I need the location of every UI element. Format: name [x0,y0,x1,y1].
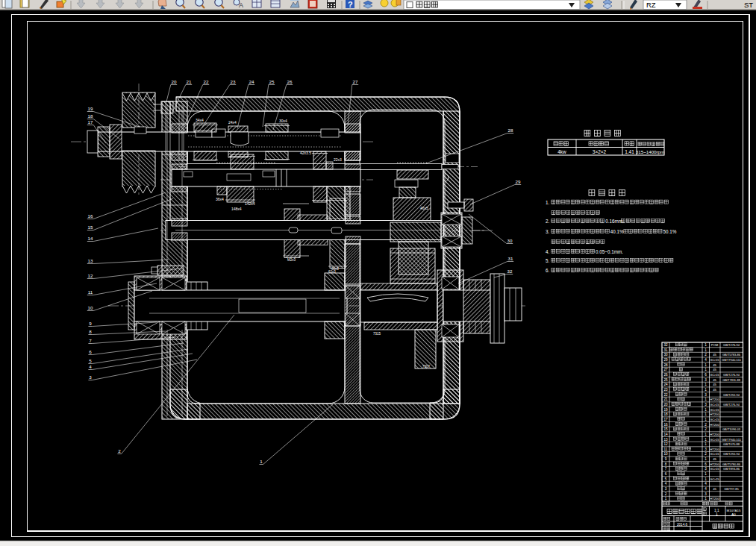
svg-text:28: 28 [663,363,668,367]
svg-text:RZ: RZ [646,1,656,9]
svg-text:1: 1 [705,343,707,347]
svg-text:GB/T5783-86: GB/T5783-86 [722,353,741,357]
svg-text:1:1: 1:1 [714,509,719,512]
svg-text:1: 1 [705,433,707,436]
svg-text:GCr15: GCr15 [710,438,719,442]
svg-text:9: 9 [665,457,667,461]
svg-text:26: 26 [287,79,293,84]
svg-text:M2x3: M2x3 [287,258,296,262]
svg-text:1: 1 [705,363,707,367]
svg-text:6.: 6. [546,268,550,273]
svg-text:7: 7 [89,338,92,343]
svg-text:HT200: HT200 [710,423,719,427]
svg-text:3: 3 [705,467,707,471]
svg-text:24x4: 24x4 [228,120,237,125]
svg-text:34x4: 34x4 [196,118,204,122]
svg-text:GCr15: GCr15 [710,467,719,471]
svg-text:A0: A0 [731,512,736,516]
svg-text:25: 25 [663,378,668,382]
svg-text:3: 3 [665,487,667,491]
svg-text:9: 9 [89,321,92,326]
svg-text:16: 16 [88,213,93,219]
svg-text:45: 45 [713,368,716,371]
svg-text:GB/T7940-511: GB/T7940-511 [722,358,742,362]
svg-text:HT200: HT200 [710,398,719,401]
svg-text:19: 19 [663,408,668,412]
svg-text:45: 45 [713,457,716,461]
svg-text:GB/T292-94: GB/T292-94 [723,393,740,397]
svg-text:1.41: 1.41 [625,149,634,154]
svg-text:A: A [239,1,243,9]
svg-text:50.1%: 50.1% [663,229,677,234]
svg-text:1: 1 [705,438,707,442]
svg-text:1: 1 [705,472,707,476]
svg-text:GCr15: GCr15 [710,373,719,377]
svg-text:4: 4 [705,482,707,486]
svg-text:28: 28 [508,128,513,133]
svg-text:0.16mm: 0.16mm [605,219,622,224]
svg-text:5: 5 [665,477,667,481]
svg-text:30: 30 [507,238,513,243]
svg-text:22x3: 22x3 [334,157,342,162]
svg-text:8: 8 [665,462,667,466]
svg-text:24: 24 [249,79,254,84]
svg-text:32: 32 [663,343,668,347]
svg-text:30: 30 [663,353,668,357]
svg-text:1: 1 [705,383,707,386]
svg-text:3: 3 [705,448,707,451]
svg-text:23: 23 [663,388,668,392]
svg-text:GB/T7811-88: GB/T7811-88 [722,378,740,382]
svg-text:HT200: HT200 [710,433,719,436]
svg-text:1: 1 [260,459,263,464]
svg-text:10: 10 [663,452,668,456]
svg-text:1: 1 [705,398,707,401]
svg-text:20: 20 [663,403,668,407]
svg-text:3: 3 [705,378,707,382]
svg-text:11: 11 [664,448,668,451]
svg-text:17: 17 [663,418,668,421]
svg-text:6: 6 [705,373,707,377]
svg-text:45: 45 [713,487,716,491]
svg-text:315~1400rpm: 315~1400rpm [636,149,664,154]
svg-text:23: 23 [231,79,236,84]
svg-text:14: 14 [88,236,93,241]
svg-text:15: 15 [663,427,668,431]
svg-text:1: 1 [705,388,707,392]
svg-text:40.1%: 40.1% [610,229,624,234]
svg-text:GB/T893-86: GB/T893-86 [723,467,740,471]
svg-text:1: 1 [665,497,667,501]
svg-text:GB/T276-94: GB/T276-94 [723,373,740,377]
svg-text:GCr15: GCr15 [710,452,719,456]
svg-text:?: ? [348,0,353,9]
svg-text:2014.6: 2014.6 [677,523,687,527]
svg-text:45: 45 [713,383,716,386]
svg-text:24: 24 [663,383,668,386]
svg-text:18: 18 [88,113,93,119]
svg-text:HT200: HT200 [710,462,719,466]
svg-text:36x4: 36x4 [216,197,224,201]
svg-text:POM: POM [711,343,719,347]
svg-text:3: 3 [705,403,707,407]
svg-text:46x5: 46x5 [420,206,428,210]
svg-text:22: 22 [204,79,209,84]
svg-text:4: 4 [705,487,707,491]
svg-text:29: 29 [663,358,668,362]
svg-text:15: 15 [88,225,93,230]
svg-text:6: 6 [665,472,667,476]
svg-text:1: 1 [705,477,707,481]
svg-text:12: 12 [88,273,93,278]
svg-text:6: 6 [705,462,707,466]
svg-text:GCr15: GCr15 [710,418,719,421]
svg-text:18: 18 [663,412,668,416]
svg-text:1: 1 [716,512,718,516]
svg-text:7315: 7315 [373,332,381,336]
svg-text:1.: 1. [546,200,550,205]
svg-text:42x3.5: 42x3.5 [300,151,311,155]
svg-text:GCr15: GCr15 [710,408,719,412]
svg-text:2: 2 [665,492,667,496]
svg-text:2: 2 [705,427,707,431]
svg-text:GCr15: GCr15 [710,403,719,407]
svg-text:29: 29 [516,179,521,184]
svg-text:17: 17 [88,119,93,125]
svg-text:GB/T97-85: GB/T97-85 [724,487,739,491]
